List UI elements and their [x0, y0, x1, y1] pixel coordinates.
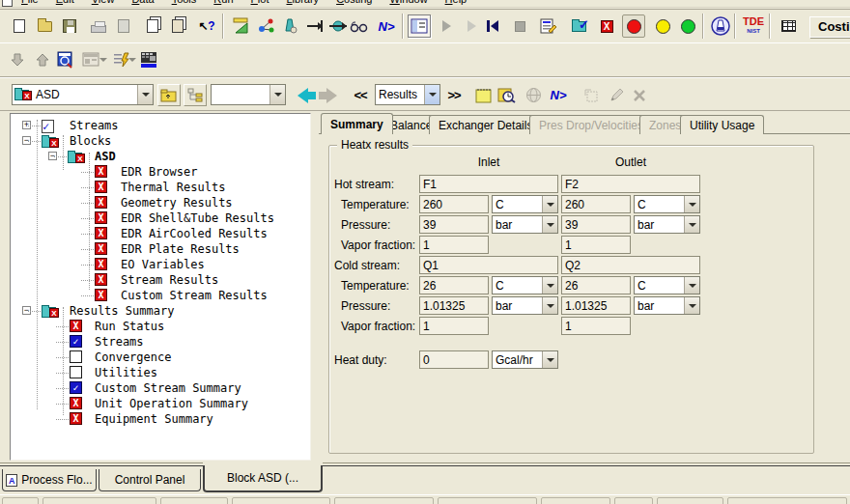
nav-forward-button[interactable]: [320, 84, 343, 106]
new-file-button[interactable]: [8, 14, 31, 38]
tree-item-stream-results[interactable]: XStream Results: [11, 272, 310, 288]
print-preview-button[interactable]: [112, 14, 135, 38]
streams-button[interactable]: [303, 14, 326, 38]
combo-dropdown-button[interactable]: [684, 196, 699, 212]
chemistry-button[interactable]: [709, 14, 732, 38]
combo-dropdown-button[interactable]: [542, 196, 557, 212]
step-button[interactable]: [460, 14, 483, 38]
next-step-button[interactable]: N>: [375, 14, 398, 38]
tree-item-custom-stream-summary[interactable]: ✓Custom Stream Summary: [11, 380, 310, 396]
outlet-unit-combo[interactable]: bar: [634, 215, 700, 234]
prev-form-button[interactable]: <<: [349, 84, 372, 106]
run-mode-yellow-button[interactable]: [651, 14, 674, 38]
import-up-button[interactable]: [31, 48, 54, 71]
run-button[interactable]: [435, 14, 458, 38]
export-down-button[interactable]: [6, 48, 29, 71]
tree-view-button[interactable]: [184, 84, 207, 106]
menu-window[interactable]: Window: [389, 0, 427, 5]
outlet-unit-combo[interactable]: C: [634, 195, 700, 213]
history-button[interactable]: [495, 84, 518, 106]
context-combo[interactable]: X ASD: [12, 84, 154, 105]
comments-button[interactable]: [471, 84, 495, 106]
outlet-value-field[interactable]: 1.01325: [561, 296, 631, 315]
stop-button[interactable]: [508, 14, 531, 38]
inlet-value-field[interactable]: 1: [419, 317, 489, 335]
inlet-value-field[interactable]: 39: [419, 215, 489, 234]
whats-this-help-button[interactable]: ↖?: [195, 14, 218, 38]
run-mode-green-button[interactable]: [676, 14, 699, 38]
nav-next-button[interactable]: N>: [547, 84, 570, 106]
outlet-unit-combo[interactable]: bar: [634, 296, 700, 315]
tree-item-convergence[interactable]: Convergence: [11, 350, 310, 365]
up-one-level-button[interactable]: [157, 84, 181, 106]
nav-back-button[interactable]: [291, 84, 314, 106]
unit-operations-button[interactable]: [326, 14, 350, 38]
menu-edit[interactable]: Edit: [56, 0, 74, 5]
inlet-unit-combo[interactable]: bar: [492, 296, 558, 315]
tree-item-results-summary[interactable]: −XResults Summary: [11, 303, 310, 319]
outlet-value-field[interactable]: 1: [561, 317, 631, 335]
menu-help[interactable]: Help: [445, 0, 468, 5]
open-file-button[interactable]: [33, 14, 56, 38]
menu-library[interactable]: Library: [286, 0, 319, 5]
viewer-button[interactable]: [348, 14, 371, 38]
inlet-stream-field[interactable]: F1: [419, 175, 558, 193]
combo-dropdown-button[interactable]: [424, 85, 439, 104]
combo-dropdown-button[interactable]: [269, 85, 285, 104]
window-tab-block-asd-[interactable]: Block ASD (...: [203, 465, 323, 492]
modify-button[interactable]: [580, 84, 603, 106]
tree-item-utilities[interactable]: Utilities: [11, 365, 310, 380]
save-button[interactable]: [58, 14, 81, 38]
tab-summary[interactable]: Summary: [321, 113, 393, 134]
tree-item-blocks[interactable]: −XBlocks: [11, 133, 310, 149]
outlet-value-field[interactable]: 26: [561, 276, 631, 294]
tab-utility-usage[interactable]: Utility Usage: [680, 115, 764, 134]
tree-item-geometry-results[interactable]: XGeometry Results: [11, 195, 310, 210]
inlet-value-field[interactable]: 260: [419, 195, 489, 213]
tree-item-unit-operation-summary[interactable]: XUnit Operation Summary: [11, 396, 310, 411]
reinitialize-button[interactable]: [481, 14, 504, 38]
tree-item-thermal-results[interactable]: XThermal Results: [11, 180, 310, 195]
inlet-value-field[interactable]: 1: [419, 236, 489, 254]
print-button[interactable]: [87, 14, 110, 38]
table-view-button[interactable]: [137, 48, 160, 71]
search-button[interactable]: [54, 48, 77, 71]
combo-dropdown-button[interactable]: [137, 85, 153, 104]
control-panel-button[interactable]: [537, 14, 560, 38]
run-mode-red-button[interactable]: [622, 14, 645, 38]
combo-dropdown-button[interactable]: [684, 297, 699, 314]
costing-button[interactable]: Costing: [809, 16, 850, 38]
tab-exchanger-details[interactable]: Exchanger Details: [429, 115, 542, 134]
tree-item-streams[interactable]: +Streams: [11, 118, 310, 133]
inlet-stream-field[interactable]: Q1: [419, 256, 558, 274]
section-combo[interactable]: [211, 84, 286, 105]
tree-item-run-status[interactable]: XRun Status: [11, 319, 310, 334]
combo-dropdown-button[interactable]: [542, 297, 557, 314]
window-layout-dropdown[interactable]: [99, 48, 108, 71]
copy-button[interactable]: [141, 14, 164, 38]
menu-costing[interactable]: Costing: [336, 0, 372, 5]
combo-dropdown-button[interactable]: [542, 277, 557, 294]
inlet-unit-combo[interactable]: C: [492, 276, 558, 294]
properties-button[interactable]: [278, 14, 301, 38]
edit-button[interactable]: [605, 84, 628, 106]
outlet-stream-field[interactable]: F2: [561, 175, 700, 193]
tree-item-edr-shell-tube-results[interactable]: XEDR Shell&Tube Results: [11, 210, 310, 226]
flowsheet-tools-button[interactable]: [230, 14, 253, 38]
tree-item-custom-stream-results[interactable]: XCustom Stream Results: [11, 288, 310, 303]
menu-data[interactable]: Data: [131, 0, 154, 5]
outlet-value-field[interactable]: 260: [561, 195, 631, 213]
outlet-unit-combo[interactable]: C: [634, 276, 700, 294]
combo-dropdown-button[interactable]: [684, 277, 699, 294]
data-browser-button[interactable]: [408, 14, 431, 38]
tree-item-edr-aircooled-results[interactable]: XEDR AirCooled Results: [11, 226, 310, 241]
components-button[interactable]: [255, 14, 278, 38]
tree-item-edr-browser[interactable]: XEDR Browser: [11, 164, 310, 180]
quick-property-dropdown[interactable]: [128, 48, 137, 71]
check-results-button[interactable]: ✓: [568, 14, 591, 38]
tree-item-edr-plate-results[interactable]: XEDR Plate Results: [11, 241, 310, 257]
outlet-value-field[interactable]: 1: [561, 236, 631, 254]
next-form-button[interactable]: >>: [442, 84, 466, 106]
combo-dropdown-button[interactable]: [542, 351, 557, 368]
menu-plot[interactable]: Plot: [251, 0, 269, 5]
